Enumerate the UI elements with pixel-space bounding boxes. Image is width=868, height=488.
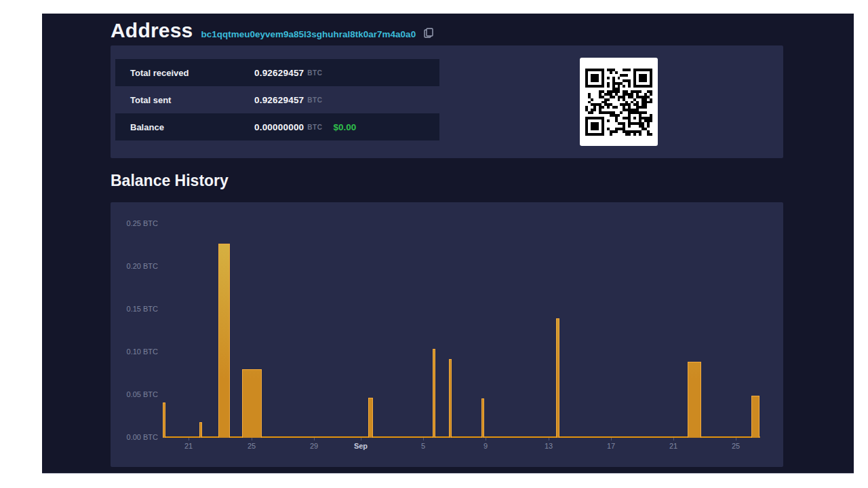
balance-fiat-value: $0.00 <box>333 122 356 132</box>
x-tick-label: 5 <box>408 442 438 450</box>
x-tick-mark <box>423 438 424 440</box>
x-tick-mark <box>736 438 736 440</box>
page-background: Address bc1qqtmeu0eyvem9a85l3sghuhral8tk… <box>0 0 868 488</box>
x-tick-label: 9 <box>471 442 500 450</box>
y-tick-label: 0.00 BTC <box>111 433 158 441</box>
stat-row-total-received: Total received 0.92629457 BTC <box>115 59 439 86</box>
balance-history-chart[interactable]: 0.00 BTC0.05 BTC0.10 BTC0.15 BTC0.20 BTC… <box>111 202 783 467</box>
address-link[interactable]: bc1qqtmeu0eyvem9a85l3sghuhral8tk0ar7m4a0… <box>201 29 416 39</box>
address-stats-table: Total received 0.92629457 BTC Total sent… <box>115 59 439 140</box>
x-tick-mark <box>189 438 189 440</box>
qr-code-image <box>585 69 652 136</box>
balance-bar[interactable] <box>751 396 760 438</box>
balance-bar[interactable] <box>481 398 484 438</box>
main-content: Address bc1qqtmeu0eyvem9a85l3sghuhral8tk… <box>111 14 783 474</box>
y-tick-label: 0.05 BTC <box>111 390 158 398</box>
x-tick-mark <box>314 438 315 440</box>
balance-bar[interactable] <box>433 349 435 438</box>
balance-bar[interactable] <box>556 318 559 438</box>
stat-label: Total sent <box>130 95 254 105</box>
x-tick-label: 21 <box>174 442 203 450</box>
address-header: Address bc1qqtmeu0eyvem9a85l3sghuhral8tk… <box>111 19 433 42</box>
address-qr-code[interactable] <box>580 58 658 146</box>
stat-row-total-sent: Total sent 0.92629457 BTC <box>115 86 439 113</box>
stat-value: 0.92629457 <box>254 68 304 78</box>
y-tick-label: 0.10 BTC <box>111 348 158 356</box>
balance-bar[interactable] <box>218 244 230 438</box>
stat-unit: BTC <box>307 96 322 104</box>
x-tick-label: Sep <box>346 442 376 450</box>
x-tick-label: 25 <box>237 442 267 450</box>
stat-value: 0.92629457 <box>254 95 304 105</box>
stat-value: 0.00000000 <box>254 122 304 132</box>
x-tick-label: 17 <box>596 442 626 450</box>
x-tick-label: 21 <box>658 442 688 450</box>
x-tick-label: 25 <box>721 442 751 450</box>
copy-address-icon[interactable] <box>424 28 433 38</box>
balance-history-title: Balance History <box>111 172 229 190</box>
stat-unit: BTC <box>307 124 322 131</box>
page-title: Address <box>111 19 193 42</box>
x-tick-mark <box>673 438 674 440</box>
balance-bar[interactable] <box>199 422 202 438</box>
y-tick-label: 0.20 BTC <box>111 262 158 270</box>
stat-label: Total received <box>130 68 254 78</box>
balance-bar[interactable] <box>368 398 373 438</box>
address-summary-panel: Total received 0.92629457 BTC Total sent… <box>111 45 783 158</box>
balance-bar[interactable] <box>449 359 452 438</box>
x-tick-label: 29 <box>299 442 329 450</box>
x-tick-label: 13 <box>534 442 564 450</box>
balance-bar[interactable] <box>163 402 165 438</box>
x-tick-mark <box>361 438 361 440</box>
balance-bar[interactable] <box>242 369 262 438</box>
balance-bar[interactable] <box>688 362 701 438</box>
stat-label: Balance <box>130 122 254 132</box>
x-tick-mark <box>252 438 252 440</box>
y-tick-label: 0.15 BTC <box>111 305 158 313</box>
stat-unit: BTC <box>307 69 322 77</box>
y-tick-label: 0.25 BTC <box>111 219 158 227</box>
x-tick-mark <box>611 438 612 440</box>
x-tick-mark <box>486 438 486 440</box>
app-window: Address bc1qqtmeu0eyvem9a85l3sghuhral8tk… <box>42 14 854 474</box>
stat-row-balance: Balance 0.00000000 BTC $0.00 <box>115 113 439 140</box>
x-tick-mark <box>549 438 549 440</box>
